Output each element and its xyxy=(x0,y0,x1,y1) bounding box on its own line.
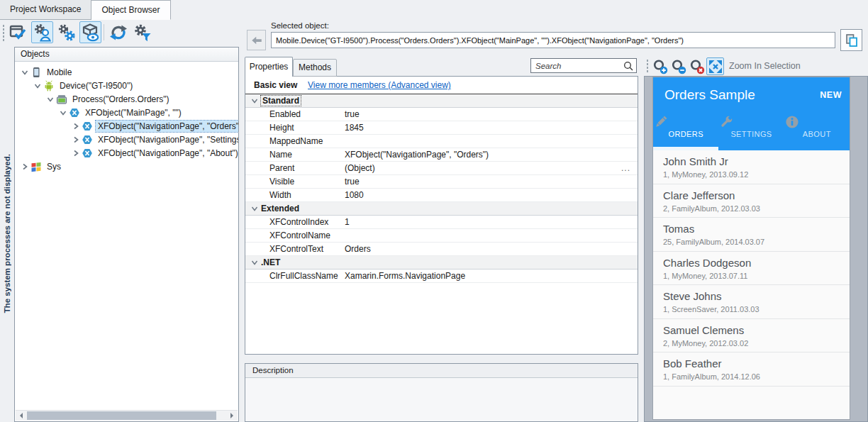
app-badge-new[interactable]: NEW xyxy=(820,90,842,100)
tree-item-sys[interactable]: Sys xyxy=(15,160,238,173)
property-row-mappedname[interactable]: MappedName xyxy=(245,135,638,148)
android-icon xyxy=(43,80,55,91)
view-mode-row: Basic view View more members (Advanced v… xyxy=(245,77,638,94)
zoom-toolbar: Zoom In Selection xyxy=(644,57,868,76)
chevron-right-icon[interactable] xyxy=(72,135,80,144)
tree-item-process[interactable]: Process("Orders.Orders") xyxy=(15,92,238,106)
document-tabs: Project Workspace Object Browser xyxy=(0,0,868,20)
group-dotnet[interactable]: .NET xyxy=(245,256,638,270)
gear-user-icon xyxy=(33,23,52,42)
toolbar-drag-handle[interactable] xyxy=(646,59,649,73)
pencil-icon xyxy=(653,114,718,130)
show-user-processes-button[interactable] xyxy=(31,21,53,43)
orders-list: John Smith Jr 1, MyMoney, 2013.09.12 Cla… xyxy=(653,150,850,387)
wrench-icon xyxy=(718,114,784,130)
chevron-right-icon[interactable] xyxy=(21,162,29,171)
refresh-button[interactable] xyxy=(107,21,129,43)
tree-item-navigationpage-about[interactable]: XFObject("NavigationPage", "About") xyxy=(15,146,238,160)
horizontal-scrollbar[interactable] xyxy=(16,410,238,421)
copy-path-button[interactable] xyxy=(840,29,862,51)
zoom-in-button[interactable] xyxy=(651,57,669,75)
cube-eye-icon xyxy=(82,23,100,42)
mobile-device-icon xyxy=(30,67,42,78)
tree-item-navigationpage-orders[interactable]: XFObject("NavigationPage", "Orders") xyxy=(15,119,238,133)
description-title: Description xyxy=(245,364,638,378)
group-label: .NET xyxy=(261,257,280,267)
show-services-button[interactable] xyxy=(55,21,77,43)
selected-object-bar: Selected object: xyxy=(245,20,868,55)
chevron-down-icon[interactable] xyxy=(250,96,259,105)
objects-panel: Objects Mobile xyxy=(14,47,239,422)
chevron-down-icon[interactable] xyxy=(33,82,42,90)
device-screenshot[interactable]: Orders Sample NEW ORDERS xyxy=(653,77,850,419)
list-item[interactable]: Tomas 25, FamilyAlbum, 2014.03.07 xyxy=(653,218,850,252)
app-title: Orders Sample xyxy=(664,87,755,103)
zoom-reset-icon xyxy=(689,59,705,74)
chevron-down-icon[interactable] xyxy=(21,68,29,77)
tab-methods[interactable]: Methods xyxy=(293,59,337,77)
app-header: Orders Sample NEW xyxy=(653,77,850,114)
app-tab-settings[interactable]: SETTINGS xyxy=(718,114,784,150)
object-spy-button[interactable] xyxy=(79,21,101,43)
tree-item-mainpage[interactable]: XFObject("MainPage", "") xyxy=(15,106,238,119)
property-row-xfcontrolname[interactable]: XFControlName xyxy=(245,229,638,243)
refresh-icon xyxy=(109,23,128,42)
property-row-xfcontroltext[interactable]: XFControlText Orders xyxy=(245,243,638,256)
search-icon[interactable] xyxy=(623,61,633,71)
chevron-down-icon[interactable] xyxy=(250,204,259,213)
chevron-down-icon[interactable] xyxy=(46,95,55,104)
tree-item-navigationpage-settings[interactable]: XFObject("NavigationPage", "Settings") xyxy=(15,133,238,146)
group-extended[interactable]: Extended xyxy=(245,202,638,216)
device-preview-panel: Zoom In Selection Orders Sample NEW xyxy=(644,57,868,422)
list-item[interactable]: Charles Dodgeson 1, MyMoney, 2013.07.11 xyxy=(653,252,850,286)
selected-object-path-field[interactable] xyxy=(271,32,835,48)
app-tab-orders[interactable]: ORDERS xyxy=(653,114,718,150)
windows-icon xyxy=(30,161,42,172)
back-arrow-icon xyxy=(250,34,263,47)
xamarin-object-icon xyxy=(82,134,93,145)
selected-object-label: Selected object: xyxy=(271,21,329,30)
process-icon xyxy=(56,94,67,105)
list-item[interactable]: Clare Jefferson 2, FamilyAlbum, 2012.03.… xyxy=(653,184,850,218)
list-item[interactable]: Samuel Clemens 2, MyMoney, 2012.03.02 xyxy=(653,319,850,353)
tab-project-workspace[interactable]: Project Workspace xyxy=(0,0,91,20)
property-row-width[interactable]: Width 1080 xyxy=(245,189,638,202)
zoom-reset-button[interactable] xyxy=(688,57,706,75)
tab-properties[interactable]: Properties xyxy=(245,57,293,77)
property-row-visible[interactable]: Visible true xyxy=(245,175,638,189)
filter-settings-button[interactable] xyxy=(131,21,153,43)
chevron-down-icon[interactable] xyxy=(59,109,67,117)
property-row-enabled[interactable]: Enabled true xyxy=(245,108,638,121)
group-label: Extended xyxy=(261,204,299,213)
property-row-height[interactable]: Height 1845 xyxy=(245,121,638,135)
scroll-left-button[interactable] xyxy=(16,411,26,421)
advanced-view-link[interactable]: View more members (Advanced view) xyxy=(308,77,451,94)
list-item[interactable]: John Smith Jr 1, MyMoney, 2013.09.12 xyxy=(653,150,850,184)
back-button[interactable] xyxy=(247,30,266,50)
property-row-parent[interactable]: Parent (Object) ... xyxy=(245,162,638,175)
scroll-right-button[interactable] xyxy=(227,411,238,421)
info-icon xyxy=(784,114,850,130)
toolbar-drag-handle[interactable] xyxy=(2,24,5,41)
list-item[interactable]: Steve Johns 1, ScreenSaver, 2011.03.03 xyxy=(653,285,850,319)
zoom-out-button[interactable] xyxy=(669,57,687,75)
tree-item-mobile[interactable]: Mobile xyxy=(15,65,238,79)
property-row-name[interactable]: Name XFObject("NavigationPage", "Orders"… xyxy=(245,148,638,162)
group-standard[interactable]: Standard xyxy=(245,94,638,108)
chevron-right-icon[interactable] xyxy=(72,122,80,131)
search-input[interactable] xyxy=(531,59,636,72)
property-inspector: Properties Methods Basic view View more … xyxy=(245,57,638,355)
active-tab-indicator xyxy=(653,147,718,150)
scrollbar-thumb[interactable] xyxy=(27,411,216,420)
chevron-right-icon[interactable] xyxy=(72,149,80,157)
app-tab-about[interactable]: ABOUT xyxy=(784,114,850,150)
property-row-xfcontrolindex[interactable]: XFControlIndex 1 xyxy=(245,216,638,229)
list-item[interactable]: Bob Feather 1, FamilyAlbum, 2014.12.06 xyxy=(653,352,850,387)
property-row-clrfullclassname[interactable]: ClrFullClassName Xamarin.Forms.Navigatio… xyxy=(245,270,638,283)
tab-object-browser[interactable]: Object Browser xyxy=(91,0,170,20)
expand-object-button[interactable]: ... xyxy=(621,162,630,174)
zoom-in-selection-button[interactable] xyxy=(706,57,724,75)
highlight-object-button[interactable] xyxy=(7,21,29,43)
tree-item-device[interactable]: Device("GT-I9500") xyxy=(15,79,238,92)
chevron-down-icon[interactable] xyxy=(250,258,259,267)
